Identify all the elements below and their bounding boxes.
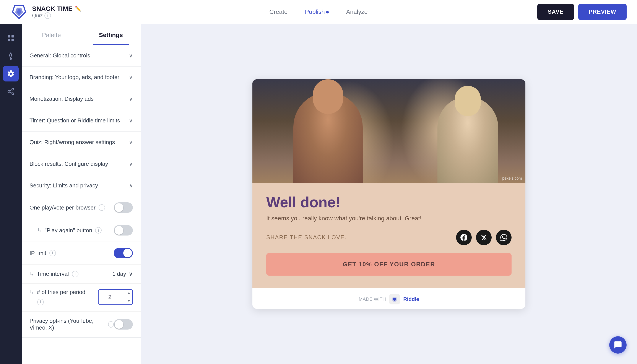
- settings-panel: Palette Settings General: Global control…: [22, 24, 141, 364]
- play-again-info-icon[interactable]: i: [95, 227, 102, 234]
- one-play-info-icon[interactable]: i: [98, 204, 105, 211]
- svg-point-15: [393, 298, 396, 301]
- accordion-quiz-header[interactable]: Quiz: Right/wrong answer settings ∨: [22, 132, 140, 153]
- privacy-toggle[interactable]: [114, 319, 133, 330]
- svg-point-10: [12, 93, 14, 95]
- play-again-label: ↳ "Play again" button i: [37, 227, 102, 234]
- publish-dot: [326, 11, 329, 14]
- svg-rect-6: [12, 39, 14, 41]
- accordion-general: General: Global controls ∨: [22, 45, 140, 66]
- time-interval-row: ↳ Time interval i 1 day ∨: [22, 264, 140, 284]
- x-share-button[interactable]: [476, 230, 492, 245]
- accordion-monetization-header[interactable]: Monetization: Display ads ∨: [22, 88, 140, 110]
- accordion-security-header[interactable]: Security: Limits and privacy ∧: [22, 175, 140, 196]
- card-body: Well done! It seems you really know what…: [252, 183, 526, 288]
- accordion-timer-header[interactable]: Timer: Question or Riddle time limits ∨: [22, 110, 140, 131]
- one-play-label: One play/vote per browser i: [30, 204, 105, 211]
- chevron-down-icon: ∨: [129, 270, 133, 277]
- privacy-label: Privacy opt-ins (YouTube, Vimeo, X) i: [30, 318, 114, 331]
- accordion-block-results-header[interactable]: Block results: Configure display ∨: [22, 153, 140, 175]
- edit-icon[interactable]: ✏️: [75, 6, 81, 12]
- made-with-riddle: MADE WITH Riddle: [252, 288, 526, 309]
- accordion-branding-header[interactable]: Branding: Your logo, ads, and footer ∨: [22, 66, 140, 88]
- privacy-row: Privacy opt-ins (YouTube, Vimeo, X) i: [22, 312, 140, 337]
- tries-info-icon[interactable]: i: [37, 299, 44, 305]
- time-interval-dropdown[interactable]: 1 day ∨: [112, 270, 133, 277]
- accordion-monetization: Monetization: Display ads ∨: [22, 88, 140, 110]
- person1-silhouette: [293, 92, 363, 183]
- one-play-toggle[interactable]: [114, 202, 133, 213]
- chevron-down-icon: ∨: [129, 139, 133, 146]
- project-info: SNACK TIME ✏️ Quiz i: [32, 5, 81, 19]
- preview-button[interactable]: PREVIEW: [578, 4, 626, 20]
- sub-arrow-icon3: ↳: [30, 289, 34, 295]
- pexels-credit: pexels.com: [502, 176, 522, 181]
- preview-area: pexels.com Well done! It seems you reall…: [141, 24, 637, 364]
- chevron-up-icon: ∧: [129, 183, 133, 189]
- whatsapp-share-button[interactable]: [496, 230, 512, 245]
- accordion-branding: Branding: Your logo, ads, and footer ∨: [22, 66, 140, 88]
- svg-point-8: [12, 88, 14, 90]
- chevron-down-icon: ∨: [129, 53, 133, 59]
- chevron-down-icon: ∨: [129, 96, 133, 102]
- one-play-row: One play/vote per browser i: [22, 196, 140, 219]
- ip-limit-label: IP limit i: [30, 250, 56, 256]
- time-interval-label: ↳ Time interval i: [30, 270, 78, 277]
- tries-input-wrap: 2 ▲ ▼: [98, 289, 133, 305]
- tab-settings[interactable]: Settings: [81, 24, 141, 45]
- nav-analyze[interactable]: Analyze: [346, 7, 368, 17]
- tries-decrement-button[interactable]: ▼: [125, 297, 133, 305]
- tries-increment-button[interactable]: ▲: [125, 289, 133, 297]
- svg-point-7: [10, 58, 12, 60]
- accordion-general-header[interactable]: General: Global controls ∨: [22, 45, 140, 66]
- ip-limit-toggle[interactable]: [114, 248, 133, 258]
- svg-rect-5: [8, 39, 10, 41]
- time-interval-info-icon[interactable]: i: [72, 271, 78, 277]
- save-button[interactable]: SAVE: [537, 4, 574, 20]
- nav-right: SAVE PREVIEW: [537, 4, 626, 20]
- nav-publish[interactable]: Publish: [305, 7, 329, 17]
- cta-button[interactable]: GET 10% OFF YOUR ORDER: [266, 253, 512, 276]
- nav-center: Create Publish Analyze: [269, 7, 368, 17]
- quiz-card: pexels.com Well done! It seems you reall…: [252, 79, 526, 309]
- privacy-info-icon[interactable]: i: [108, 321, 114, 328]
- made-with-text: MADE WITH: [358, 296, 386, 302]
- chevron-down-icon: ∨: [129, 118, 133, 124]
- sidebar-item-share[interactable]: [3, 84, 19, 99]
- tries-per-period-row: ↳ # of tries per period i 2 ▲ ▼: [22, 284, 140, 312]
- type-info-icon[interactable]: i: [44, 12, 51, 19]
- sidebar: [0, 24, 22, 364]
- play-again-row: ↳ "Play again" button i: [22, 219, 140, 242]
- person2-silhouette: [438, 97, 498, 183]
- sub-arrow-icon: ↳: [37, 227, 42, 233]
- ip-limit-info-icon[interactable]: i: [50, 250, 56, 256]
- app-logo[interactable]: [10, 3, 28, 20]
- facebook-share-button[interactable]: [456, 230, 472, 245]
- svg-line-11: [10, 92, 12, 93]
- sidebar-item-settings[interactable]: [3, 66, 19, 82]
- logo-area: SNACK TIME ✏️ Quiz i: [10, 3, 84, 20]
- accordion-block-results: Block results: Configure display ∨: [22, 153, 140, 175]
- riddle-brand-text: Riddle: [403, 296, 419, 302]
- tries-label: ↳ # of tries per period: [30, 289, 85, 296]
- project-name: SNACK TIME ✏️: [32, 5, 81, 12]
- svg-rect-3: [8, 35, 10, 38]
- card-image: pexels.com: [252, 79, 526, 183]
- project-type: Quiz i: [32, 12, 81, 19]
- svg-line-12: [10, 90, 12, 91]
- nav-create[interactable]: Create: [269, 7, 288, 17]
- accordion-security: Security: Limits and privacy ∧ One play/…: [22, 175, 140, 338]
- tab-palette[interactable]: Palette: [22, 24, 81, 45]
- ip-limit-row: IP limit i: [22, 242, 140, 264]
- svg-rect-4: [12, 35, 14, 38]
- tries-spinners: ▲ ▼: [125, 289, 133, 305]
- chat-button[interactable]: [609, 336, 626, 354]
- riddle-logo-icon: [389, 294, 400, 304]
- main-layout: Palette Settings General: Global control…: [0, 24, 637, 364]
- play-again-toggle[interactable]: [114, 225, 133, 236]
- panel-tabs: Palette Settings: [22, 24, 140, 45]
- share-label: SHARE THE SNACK LOVE.: [266, 234, 347, 241]
- top-nav: SNACK TIME ✏️ Quiz i Create Publish Anal…: [0, 0, 637, 24]
- sidebar-item-grid[interactable]: [3, 30, 19, 46]
- sidebar-item-paint[interactable]: [3, 48, 19, 64]
